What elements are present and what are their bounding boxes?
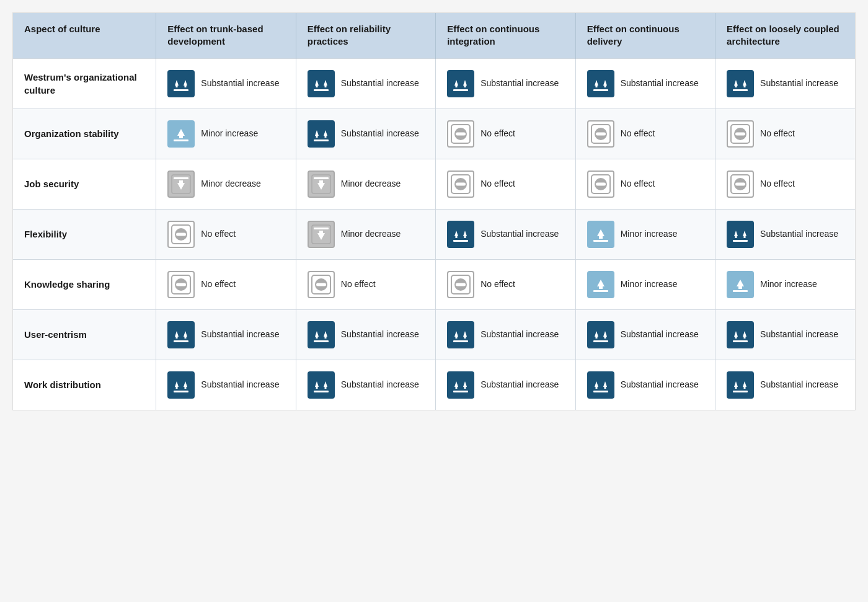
effect-label: Substantial increase (760, 228, 838, 239)
effect-label: Substantial increase (760, 77, 838, 89)
svg-rect-91 (176, 283, 186, 286)
effect-label: Minor increase (621, 228, 678, 239)
effect-cell-reliability: Minor decrease (296, 209, 435, 259)
svg-rect-110 (185, 336, 187, 339)
substantial-increase-icon (308, 120, 335, 148)
svg-rect-20 (595, 85, 597, 87)
svg-rect-17 (453, 89, 468, 91)
svg-rect-105 (733, 290, 748, 292)
substantial-increase-icon (308, 371, 335, 399)
svg-rect-33 (174, 139, 188, 141)
svg-rect-88 (733, 240, 748, 242)
substantial-increase-icon (167, 321, 195, 348)
svg-rect-8 (316, 85, 317, 87)
svg-rect-116 (324, 336, 326, 339)
no-effect-icon (308, 271, 335, 298)
svg-rect-146 (324, 386, 326, 389)
effect-label: Substantial increase (480, 228, 559, 239)
header-aspect: Aspect of culture (13, 13, 156, 58)
svg-rect-94 (316, 283, 326, 286)
effect-cell-inner: Minor decrease (308, 221, 424, 248)
effect-cell-cd: Minor increase (575, 209, 715, 259)
effect-cell-inner: No effect (447, 271, 564, 298)
svg-rect-14 (456, 85, 458, 87)
table-row: Flexibility No effect Minor decrease Sub… (13, 209, 855, 259)
svg-rect-156 (595, 386, 597, 389)
effect-label: Minor increase (201, 128, 258, 139)
effect-cell-cd: Substantial increase (575, 309, 715, 360)
effect-label: Minor increase (760, 278, 817, 290)
svg-rect-100 (599, 286, 603, 289)
effect-label: No effect (760, 178, 795, 189)
svg-rect-59 (456, 182, 466, 185)
effect-cell-inner: No effect (167, 271, 284, 298)
header-loosely: Effect on loosely coupled architecture (715, 13, 855, 58)
substantial-increase-icon (447, 221, 474, 248)
svg-rect-29 (733, 89, 748, 91)
effects-table: Aspect of culture Effect on trunk-based … (13, 13, 855, 410)
effect-cell-cd: Minor increase (575, 259, 715, 309)
aspect-cell: Knowledge sharing (13, 259, 156, 309)
minor-increase-icon (727, 271, 754, 298)
effect-cell-trunk: Minor increase (156, 108, 296, 159)
aspect-cell: Flexibility (13, 209, 156, 259)
svg-rect-132 (735, 336, 737, 339)
effect-cell-ci: Substantial increase (436, 209, 575, 259)
svg-rect-70 (314, 228, 329, 229)
svg-rect-144 (316, 386, 317, 389)
effect-cell-inner: Substantial increase (587, 321, 704, 348)
substantial-increase-icon (308, 70, 335, 97)
effect-label: No effect (480, 128, 515, 139)
effect-label: Minor decrease (341, 178, 401, 189)
effect-cell-cd: No effect (575, 159, 715, 209)
svg-rect-50 (174, 177, 188, 179)
table-row: Westrum's organizational culture Substan… (13, 58, 855, 108)
no-effect-icon (587, 120, 614, 148)
effect-label: Substantial increase (760, 379, 838, 390)
aspect-cell: User-centrism (13, 309, 156, 360)
aspect-cell: Work distribution (13, 360, 156, 410)
no-effect-icon (587, 170, 614, 198)
substantial-increase-icon (727, 221, 754, 248)
svg-rect-38 (324, 135, 326, 138)
svg-rect-23 (593, 89, 608, 91)
effect-cell-loosely: Minor increase (715, 259, 855, 309)
substantial-increase-icon (587, 321, 614, 348)
effect-cell-inner: Substantial increase (167, 371, 284, 399)
effect-cell-inner: No effect (447, 170, 564, 198)
svg-rect-4 (185, 85, 187, 87)
svg-rect-81 (599, 236, 603, 239)
svg-rect-77 (464, 236, 466, 238)
svg-rect-97 (456, 283, 466, 286)
svg-rect-128 (604, 336, 606, 339)
effect-cell-ci: No effect (436, 108, 575, 159)
svg-rect-140 (185, 386, 187, 389)
svg-rect-65 (735, 182, 745, 185)
svg-rect-28 (744, 85, 746, 87)
substantial-increase-icon (447, 321, 474, 348)
effect-cell-inner: Substantial increase (727, 70, 844, 97)
header-row: Aspect of culture Effect on trunk-based … (13, 13, 855, 58)
effect-cell-inner: Substantial increase (447, 371, 564, 399)
effect-cell-inner: Minor increase (727, 271, 844, 298)
effect-cell-loosely: No effect (715, 108, 855, 159)
effect-label: Substantial increase (201, 379, 279, 390)
svg-rect-153 (453, 391, 468, 392)
svg-rect-135 (733, 340, 748, 342)
effect-label: No effect (201, 228, 236, 239)
substantial-increase-icon (447, 371, 474, 399)
effect-cell-inner: Minor increase (587, 221, 704, 248)
effect-cell-inner: No effect (308, 271, 424, 298)
effect-label: Substantial increase (201, 329, 279, 340)
effect-cell-inner: No effect (727, 120, 844, 148)
svg-rect-150 (456, 386, 458, 389)
effect-cell-reliability: Substantial increase (296, 58, 435, 108)
effect-cell-inner: Substantial increase (447, 221, 564, 248)
table-row: User-centrism Substantial increase Subst… (13, 309, 855, 360)
effect-cell-ci: Substantial increase (436, 360, 575, 410)
effect-cell-reliability: Minor decrease (296, 159, 435, 209)
no-effect-icon (447, 271, 474, 298)
effect-cell-ci: No effect (436, 259, 575, 309)
svg-rect-111 (174, 340, 188, 342)
effect-cell-inner: No effect (587, 170, 704, 198)
